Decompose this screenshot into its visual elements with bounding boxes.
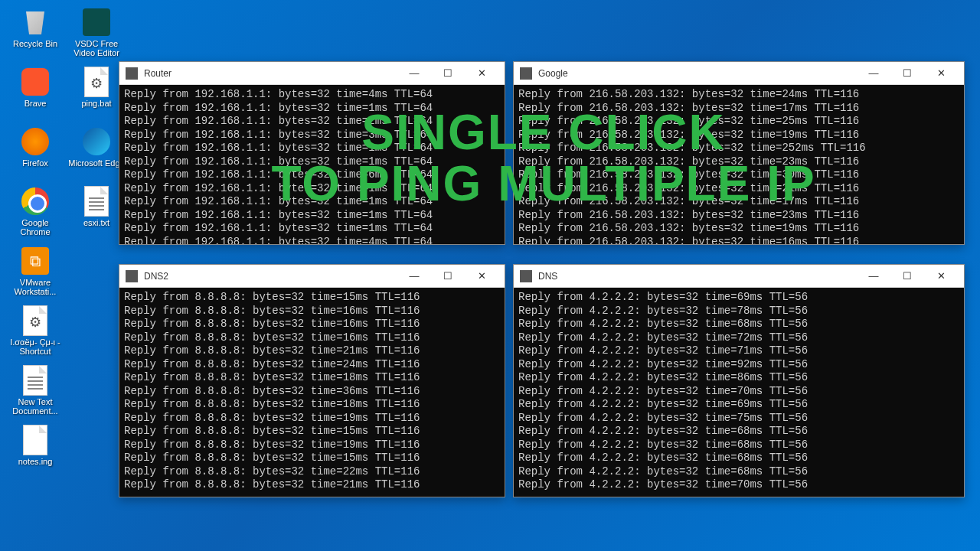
close-button[interactable]: ✕ <box>465 266 498 287</box>
terminal-window-dns[interactable]: DNS—☐✕Reply from 4.2.2.2: bytes=32 time=… <box>513 264 965 497</box>
titlebar[interactable]: DNS2—☐✕ <box>119 265 505 288</box>
desktop-icon-esxitxt[interactable]: esxi.txt <box>67 183 126 243</box>
minimize-button[interactable]: — <box>397 266 431 287</box>
window-controls: —☐✕ <box>857 266 958 287</box>
titlebar[interactable]: Router—☐✕ <box>119 62 505 85</box>
cmd-icon <box>520 270 532 282</box>
desktop-icon-brave[interactable]: Brave <box>6 64 64 123</box>
icon-label: Microsoft Edge <box>68 158 124 168</box>
desktop-icons-col2: VSDC Free Video Editor ping.bat Microsof… <box>67 4 126 243</box>
desktop-icon-shortcut[interactable]: Ι.σαëμ- Çμ-ι - Shortcut <box>6 302 64 362</box>
titlebar[interactable]: DNS—☐✕ <box>514 265 964 288</box>
chrome-icon <box>20 186 51 217</box>
icon-label: esxi.txt <box>83 218 109 227</box>
cmd-icon <box>520 67 532 80</box>
desktop-icon-vsdc[interactable]: VSDC Free Video Editor <box>67 4 126 64</box>
icon-label: Ι.σαëμ- Çμ-ι - Shortcut <box>7 337 64 356</box>
icon-label: ping.bat <box>81 99 111 108</box>
minimize-button[interactable]: — <box>397 63 431 84</box>
minimize-button[interactable]: — <box>857 266 890 287</box>
terminal-output[interactable]: Reply from 216.58.203.132: bytes=32 time… <box>514 85 964 244</box>
terminal-output[interactable]: Reply from 4.2.2.2: bytes=32 time=69ms T… <box>514 288 964 497</box>
window-title: Google <box>538 68 857 79</box>
vsdc-icon <box>81 7 112 37</box>
window-controls: —☐✕ <box>397 63 498 84</box>
desktop-icon-firefox[interactable]: Firefox <box>6 123 64 183</box>
maximize-button[interactable]: ☐ <box>890 63 924 84</box>
bat-file-icon <box>81 67 112 97</box>
window-title: Router <box>144 68 397 79</box>
desktop-icon-recycle-bin[interactable]: Recycle Bin <box>6 4 64 64</box>
maximize-button[interactable]: ☐ <box>890 266 924 287</box>
terminal-output[interactable]: Reply from 8.8.8.8: bytes=32 time=15ms T… <box>119 288 505 497</box>
desktop-icon-newtext[interactable]: New Text Document... <box>6 362 64 422</box>
icon-label: VMware Workstati... <box>7 278 64 296</box>
window-controls: —☐✕ <box>857 63 958 84</box>
desktop-icon-chrome[interactable]: Google Chrome <box>6 183 64 243</box>
window-controls: —☐✕ <box>397 266 498 287</box>
desktop-icon-vmware[interactable]: VMware Workstati... <box>6 243 64 302</box>
terminal-window-google[interactable]: Google—☐✕Reply from 216.58.203.132: byte… <box>513 61 965 245</box>
terminal-window-router[interactable]: Router—☐✕Reply from 192.168.1.1: bytes=3… <box>119 61 505 245</box>
titlebar[interactable]: Google—☐✕ <box>514 62 964 85</box>
cmd-icon <box>126 270 138 282</box>
icon-label: Firefox <box>22 158 48 168</box>
close-button[interactable]: ✕ <box>924 63 958 84</box>
desktop-icon-notes[interactable]: notes.ing <box>6 422 64 481</box>
text-file-icon <box>20 365 51 396</box>
window-title: DNS2 <box>144 271 397 282</box>
minimize-button[interactable]: — <box>857 63 890 84</box>
icon-label: VSDC Free Video Editor <box>68 39 125 57</box>
desktop-icons-col1: Recycle Bin Brave Firefox Google Chrome … <box>6 4 64 481</box>
vmware-icon <box>20 246 51 276</box>
terminal-window-dns2[interactable]: DNS2—☐✕Reply from 8.8.8.8: bytes=32 time… <box>119 264 505 497</box>
firefox-icon <box>20 126 51 157</box>
maximize-button[interactable]: ☐ <box>431 266 465 287</box>
recycle-bin-icon <box>20 7 51 37</box>
cmd-icon <box>126 67 138 80</box>
icon-label: notes.ing <box>18 457 53 466</box>
icon-label: New Text Document... <box>7 397 64 416</box>
close-button[interactable]: ✕ <box>924 266 958 287</box>
file-icon <box>20 425 51 455</box>
window-title: DNS <box>538 271 857 282</box>
icon-label: Brave <box>24 99 47 108</box>
icon-label: Recycle Bin <box>13 39 57 48</box>
text-file-icon <box>81 186 112 217</box>
icon-label: Google Chrome <box>7 218 64 236</box>
desktop-icon-pingbat[interactable]: ping.bat <box>67 64 126 123</box>
desktop-icon-edge[interactable]: Microsoft Edge <box>67 123 126 183</box>
edge-icon <box>81 126 112 157</box>
maximize-button[interactable]: ☐ <box>431 63 465 84</box>
terminal-output[interactable]: Reply from 192.168.1.1: bytes=32 time=4m… <box>119 85 505 244</box>
close-button[interactable]: ✕ <box>465 63 498 84</box>
shortcut-icon <box>20 305 51 336</box>
brave-icon <box>20 67 51 97</box>
